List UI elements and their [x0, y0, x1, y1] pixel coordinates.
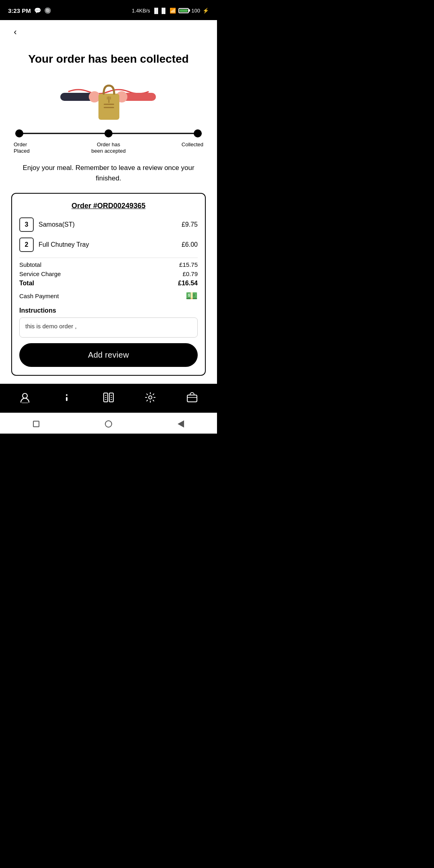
service-charge-value: £0.79: [182, 270, 198, 277]
divider-1: [19, 258, 198, 258]
settings-icon: [145, 392, 156, 405]
nav-item-menu[interactable]: [99, 389, 118, 409]
order-item-1: 3 Samosa(ST) £9.75: [19, 217, 198, 232]
page-title: Your order has been collected: [11, 52, 206, 66]
info-icon: [61, 392, 72, 405]
top-nav: ‹: [0, 20, 217, 44]
back-button[interactable]: ‹: [8, 25, 23, 39]
battery-box: [178, 8, 189, 13]
tracker-line-container: [11, 129, 206, 137]
svg-point-22: [149, 396, 152, 399]
payment-label: Cash Payment: [19, 293, 59, 299]
tracker-label-1: OrderPlaced: [12, 141, 44, 155]
main-content: Your order has been collected: [0, 44, 217, 384]
svg-rect-23: [187, 395, 197, 402]
svg-point-1: [89, 91, 100, 102]
tracker-label-2: Order hasbeen accepted: [88, 141, 129, 155]
svg-point-10: [23, 393, 27, 398]
subtotal-value: £15.75: [179, 261, 198, 268]
charge-icon: ⚡: [203, 8, 209, 14]
tracker-dot-2: [104, 129, 113, 137]
android-home-button[interactable]: [104, 420, 113, 428]
nav-item-settings[interactable]: [141, 389, 160, 409]
order-tracker: OrderPlaced Order hasbeen accepted Colle…: [11, 129, 206, 155]
nav-item-info[interactable]: [57, 389, 76, 409]
battery-fill: [180, 9, 188, 12]
message-icon: 💬: [34, 7, 41, 14]
svg-point-12: [66, 394, 68, 396]
status-left: 3:23 PM 💬 🔘: [8, 7, 51, 14]
service-charge-label: Service Charge: [19, 270, 61, 277]
wifi-icon: 📶: [170, 8, 176, 14]
nav-item-cart[interactable]: [182, 389, 202, 409]
payment-row: Cash Payment 💵: [19, 290, 198, 301]
cart-icon: [186, 392, 198, 405]
cash-icon: 💵: [186, 290, 198, 301]
delivery-illustration: [11, 76, 206, 120]
menu-icon: [103, 392, 114, 405]
add-review-button[interactable]: Add review: [19, 343, 198, 367]
tracker-dot-3: [194, 129, 202, 137]
svg-rect-13: [66, 397, 68, 401]
signal-icon: ▐▌▐▌: [152, 8, 167, 14]
android-back-button[interactable]: [176, 420, 185, 428]
circle-icon: [105, 420, 112, 428]
tracker-labels: OrderPlaced Order hasbeen accepted Colle…: [11, 141, 206, 155]
subtotal-label: Subtotal: [19, 261, 41, 268]
status-bar: 3:23 PM 💬 🔘 1.4KB/s ▐▌▐▌ 📶 100 ⚡: [0, 0, 217, 20]
android-nav: [0, 413, 217, 434]
network-speed: 1.4KB/s: [132, 8, 150, 14]
delivery-svg: [56, 74, 161, 122]
item-name-2: Full Chutney Tray: [39, 241, 177, 248]
bottom-nav: [0, 384, 217, 413]
item-qty-1: 3: [19, 217, 34, 232]
nav-item-profile[interactable]: [15, 389, 35, 409]
tracker-label-3: Collected: [173, 141, 205, 155]
status-icon: 🔘: [44, 7, 51, 14]
item-price-1: £9.75: [182, 221, 198, 228]
order-number: Order #ORD00249365: [19, 202, 198, 210]
instructions-box: this is demo order ,: [19, 317, 198, 338]
svg-rect-5: [104, 104, 114, 105]
total-value: £16.54: [178, 280, 198, 287]
order-card: Order #ORD00249365 3 Samosa(ST) £9.75 2 …: [11, 193, 206, 376]
total-row: Total £16.54: [19, 280, 198, 287]
item-name-1: Samosa(ST): [39, 221, 177, 228]
enjoy-message: Enjoy your meal. Remember to leave a rev…: [11, 163, 206, 183]
tracker-dot-1: [15, 129, 23, 137]
svg-rect-6: [104, 107, 114, 108]
android-square-button[interactable]: [32, 420, 41, 428]
service-charge-row: Service Charge £0.79: [19, 270, 198, 277]
item-qty-2: 2: [19, 237, 34, 252]
subtotal-row: Subtotal £15.75: [19, 261, 198, 268]
item-price-2: £6.00: [182, 241, 198, 248]
square-icon: [33, 421, 39, 427]
order-item-2: 2 Full Chutney Tray £6.00: [19, 237, 198, 252]
total-label: Total: [19, 280, 34, 287]
instructions-label: Instructions: [19, 307, 198, 314]
back-icon: ‹: [14, 27, 16, 37]
status-right: 1.4KB/s ▐▌▐▌ 📶 100 ⚡: [132, 8, 209, 14]
battery-label: 100: [191, 8, 200, 14]
profile-icon: [19, 392, 31, 405]
instructions-text: this is demo order ,: [25, 323, 77, 330]
time: 3:23 PM: [8, 7, 31, 14]
triangle-icon: [178, 420, 184, 428]
